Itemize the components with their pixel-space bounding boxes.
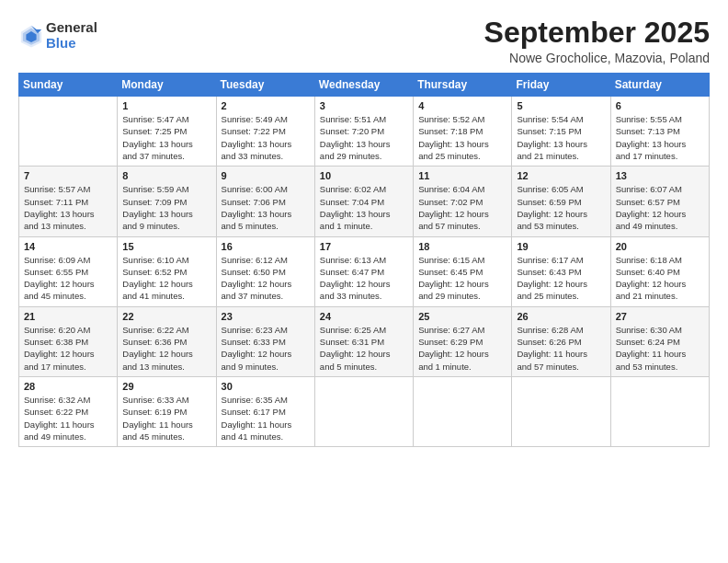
day-info: Sunrise: 6:04 AM Sunset: 7:02 PM Dayligh…	[418, 183, 506, 232]
table-row: 12Sunrise: 6:05 AM Sunset: 6:59 PM Dayli…	[512, 167, 610, 236]
table-row: 8Sunrise: 5:59 AM Sunset: 7:09 PM Daylig…	[118, 167, 216, 236]
table-row: 7Sunrise: 5:57 AM Sunset: 7:11 PM Daylig…	[19, 167, 118, 236]
header-thursday: Thursday	[414, 74, 512, 97]
day-info: Sunrise: 5:59 AM Sunset: 7:09 PM Dayligh…	[122, 183, 210, 232]
table-row: 13Sunrise: 6:07 AM Sunset: 6:57 PM Dayli…	[610, 167, 709, 236]
day-number: 24	[320, 311, 408, 322]
calendar-table: Sunday Monday Tuesday Wednesday Thursday…	[18, 73, 710, 447]
calendar-week-row: 21Sunrise: 6:20 AM Sunset: 6:38 PM Dayli…	[19, 306, 710, 376]
table-row: 14Sunrise: 6:09 AM Sunset: 6:55 PM Dayli…	[19, 236, 118, 306]
table-row: 2Sunrise: 5:49 AM Sunset: 7:22 PM Daylig…	[216, 97, 314, 167]
table-row: 11Sunrise: 6:04 AM Sunset: 7:02 PM Dayli…	[414, 167, 512, 236]
day-info: Sunrise: 6:05 AM Sunset: 6:59 PM Dayligh…	[517, 183, 605, 232]
day-info: Sunrise: 6:17 AM Sunset: 6:43 PM Dayligh…	[517, 254, 605, 303]
day-info: Sunrise: 6:10 AM Sunset: 6:52 PM Dayligh…	[122, 254, 210, 303]
day-number: 7	[24, 170, 112, 181]
day-info: Sunrise: 5:47 AM Sunset: 7:25 PM Dayligh…	[122, 113, 210, 162]
day-info: Sunrise: 5:54 AM Sunset: 7:15 PM Dayligh…	[517, 113, 605, 162]
day-info: Sunrise: 6:18 AM Sunset: 6:40 PM Dayligh…	[616, 254, 704, 303]
day-number: 9	[222, 170, 310, 181]
header-sunday: Sunday	[19, 74, 118, 97]
day-info: Sunrise: 6:33 AM Sunset: 6:19 PM Dayligh…	[122, 394, 210, 442]
title-area: September 2025 Nowe Grocholice, Mazovia,…	[484, 17, 710, 65]
day-number: 20	[616, 241, 704, 252]
day-number: 13	[616, 170, 704, 181]
table-row: 4Sunrise: 5:52 AM Sunset: 7:18 PM Daylig…	[414, 97, 512, 167]
day-info: Sunrise: 6:30 AM Sunset: 6:24 PM Dayligh…	[616, 324, 704, 373]
day-info: Sunrise: 5:52 AM Sunset: 7:18 PM Dayligh…	[418, 113, 506, 162]
day-number: 1	[122, 100, 210, 111]
table-row: 18Sunrise: 6:15 AM Sunset: 6:45 PM Dayli…	[414, 236, 512, 306]
day-number: 19	[517, 241, 605, 252]
table-row: 17Sunrise: 6:13 AM Sunset: 6:47 PM Dayli…	[314, 236, 413, 306]
day-info: Sunrise: 6:22 AM Sunset: 6:36 PM Dayligh…	[122, 324, 210, 373]
table-row: 15Sunrise: 6:10 AM Sunset: 6:52 PM Dayli…	[118, 236, 216, 306]
day-info: Sunrise: 6:23 AM Sunset: 6:33 PM Dayligh…	[222, 324, 310, 373]
calendar-week-row: 7Sunrise: 5:57 AM Sunset: 7:11 PM Daylig…	[19, 167, 710, 236]
calendar-week-row: 14Sunrise: 6:09 AM Sunset: 6:55 PM Dayli…	[19, 236, 710, 306]
day-number: 22	[122, 311, 210, 322]
day-info: Sunrise: 6:20 AM Sunset: 6:38 PM Dayligh…	[24, 324, 112, 373]
table-row: 10Sunrise: 6:02 AM Sunset: 7:04 PM Dayli…	[314, 167, 413, 236]
table-row	[512, 376, 610, 446]
header-friday: Friday	[512, 74, 610, 97]
page: General Blue September 2025 Nowe Grochol…	[0, 0, 728, 563]
table-row: 26Sunrise: 6:28 AM Sunset: 6:26 PM Dayli…	[512, 306, 610, 376]
table-row: 9Sunrise: 6:00 AM Sunset: 7:06 PM Daylig…	[216, 167, 314, 236]
logo: General Blue	[18, 20, 97, 51]
table-row: 23Sunrise: 6:23 AM Sunset: 6:33 PM Dayli…	[216, 306, 314, 376]
day-info: Sunrise: 5:51 AM Sunset: 7:20 PM Dayligh…	[320, 113, 408, 162]
day-number: 11	[418, 170, 506, 181]
day-number: 6	[616, 100, 704, 111]
day-number: 4	[418, 100, 506, 111]
day-info: Sunrise: 6:00 AM Sunset: 7:06 PM Dayligh…	[222, 183, 310, 232]
day-number: 28	[24, 381, 112, 392]
table-row: 30Sunrise: 6:35 AM Sunset: 6:17 PM Dayli…	[216, 376, 314, 446]
logo-general-text: General	[46, 20, 97, 36]
table-row: 6Sunrise: 5:55 AM Sunset: 7:13 PM Daylig…	[610, 97, 709, 167]
header-monday: Monday	[118, 74, 216, 97]
day-number: 10	[320, 170, 408, 181]
table-row: 25Sunrise: 6:27 AM Sunset: 6:29 PM Dayli…	[414, 306, 512, 376]
day-info: Sunrise: 6:25 AM Sunset: 6:31 PM Dayligh…	[320, 324, 408, 373]
logo-text: General Blue	[46, 20, 97, 51]
day-info: Sunrise: 5:57 AM Sunset: 7:11 PM Dayligh…	[24, 183, 112, 232]
table-row: 28Sunrise: 6:32 AM Sunset: 6:22 PM Dayli…	[19, 376, 118, 446]
day-info: Sunrise: 6:12 AM Sunset: 6:50 PM Dayligh…	[222, 254, 310, 303]
day-number: 12	[517, 170, 605, 181]
table-row: 1Sunrise: 5:47 AM Sunset: 7:25 PM Daylig…	[118, 97, 216, 167]
day-number: 8	[122, 170, 210, 181]
table-row: 19Sunrise: 6:17 AM Sunset: 6:43 PM Dayli…	[512, 236, 610, 306]
day-number: 23	[222, 311, 310, 322]
table-row: 27Sunrise: 6:30 AM Sunset: 6:24 PM Dayli…	[610, 306, 709, 376]
day-number: 14	[24, 241, 112, 252]
day-number: 3	[320, 100, 408, 111]
day-info: Sunrise: 5:55 AM Sunset: 7:13 PM Dayligh…	[616, 113, 704, 162]
header-saturday: Saturday	[610, 74, 709, 97]
header-wednesday: Wednesday	[314, 74, 413, 97]
day-number: 26	[517, 311, 605, 322]
header: General Blue September 2025 Nowe Grochol…	[18, 17, 710, 65]
day-number: 17	[320, 241, 408, 252]
day-number: 25	[418, 311, 506, 322]
calendar-week-row: 28Sunrise: 6:32 AM Sunset: 6:22 PM Dayli…	[19, 376, 710, 446]
table-row: 21Sunrise: 6:20 AM Sunset: 6:38 PM Dayli…	[19, 306, 118, 376]
day-number: 2	[222, 100, 310, 111]
calendar-week-row: 1Sunrise: 5:47 AM Sunset: 7:25 PM Daylig…	[19, 97, 710, 167]
table-row	[610, 376, 709, 446]
calendar-header-row: Sunday Monday Tuesday Wednesday Thursday…	[19, 74, 710, 97]
table-row: 5Sunrise: 5:54 AM Sunset: 7:15 PM Daylig…	[512, 97, 610, 167]
day-number: 21	[24, 311, 112, 322]
day-info: Sunrise: 6:13 AM Sunset: 6:47 PM Dayligh…	[320, 254, 408, 303]
day-number: 5	[517, 100, 605, 111]
day-info: Sunrise: 6:07 AM Sunset: 6:57 PM Dayligh…	[616, 183, 704, 232]
month-title: September 2025	[484, 17, 710, 49]
day-info: Sunrise: 6:15 AM Sunset: 6:45 PM Dayligh…	[418, 254, 506, 303]
day-number: 27	[616, 311, 704, 322]
table-row: 20Sunrise: 6:18 AM Sunset: 6:40 PM Dayli…	[610, 236, 709, 306]
table-row: 29Sunrise: 6:33 AM Sunset: 6:19 PM Dayli…	[118, 376, 216, 446]
day-number: 18	[418, 241, 506, 252]
header-tuesday: Tuesday	[216, 74, 314, 97]
day-info: Sunrise: 5:49 AM Sunset: 7:22 PM Dayligh…	[222, 113, 310, 162]
day-info: Sunrise: 6:35 AM Sunset: 6:17 PM Dayligh…	[222, 394, 310, 442]
